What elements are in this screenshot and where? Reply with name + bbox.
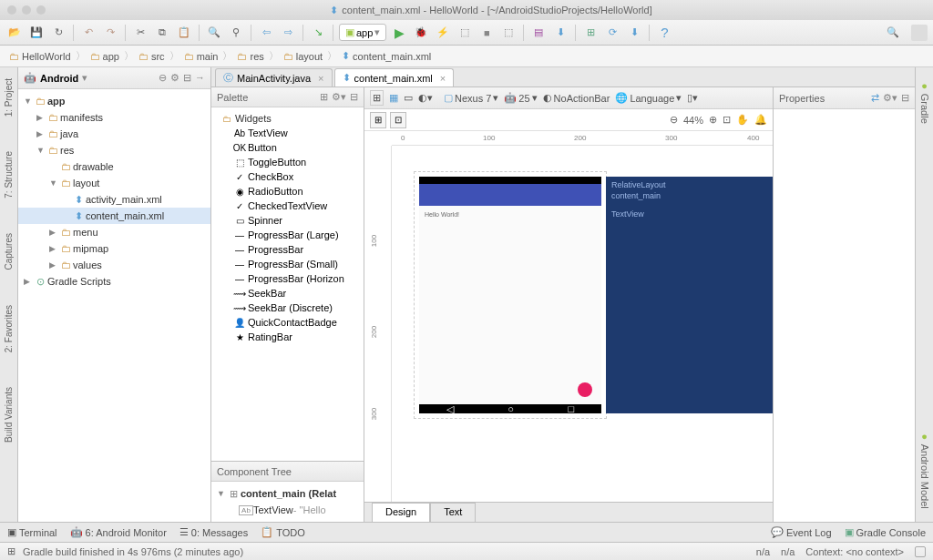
help-button[interactable]: ? [655,24,673,42]
ui-mode-icon[interactable]: ◐▾ [418,92,433,104]
orientation-icon[interactable]: ▭ [404,92,413,104]
theme-selector[interactable]: ◐NoActionBar [543,92,610,104]
blueprint-preview[interactable]: RelativeLayout content_main TextView [606,177,773,413]
palette-item[interactable]: ⟿SeekBar [211,286,364,300]
palette-item[interactable]: —ProgressBar [211,242,364,257]
tree-activity-main[interactable]: ⬍activity_main.xml [18,191,210,208]
palette-item[interactable]: —ProgressBar (Small) [211,257,364,271]
hide-icon[interactable]: ⊟ [183,72,191,84]
close-tab-icon[interactable]: × [440,73,446,84]
tree-manifests[interactable]: ▶🗀manifests [18,109,210,126]
collapse-icon[interactable]: ⊖ [159,72,167,84]
crumb-4[interactable]: 🗀res [233,51,267,62]
palette-item[interactable]: AbTextView [211,126,364,140]
fab-icon[interactable] [578,382,592,397]
tab-mainactivity[interactable]: ⒸMainActivity.java× [215,68,333,87]
palette-item[interactable]: ✓CheckBox [211,169,364,184]
palette-group-widgets[interactable]: 🗀Widgets [211,111,364,126]
download-button[interactable]: ⬇ [625,24,643,42]
forward-button[interactable]: ⇨ [279,24,297,42]
back-button[interactable]: ⇦ [257,24,275,42]
palette-item[interactable]: ✓CheckedTextView [211,199,364,213]
palette-item[interactable]: 👤QuickContactBadge [211,315,364,330]
save-button[interactable]: 💾 [27,24,46,42]
run-config-selector[interactable]: ▣ app ▾ [339,24,386,41]
palette-item[interactable]: ⬚ToggleButton [211,155,364,169]
zoom-fit-icon[interactable]: ⊡ [723,114,731,126]
tree-layout[interactable]: ▼🗀layout [18,175,210,191]
tree-values[interactable]: ▶🗀values [18,257,210,273]
crumb-2[interactable]: 🗀src [135,51,169,62]
lock-icon[interactable] [915,546,926,557]
zoom-out-icon[interactable]: ⊖ [670,114,678,126]
run-button[interactable]: ▶ [390,24,408,42]
tree-app[interactable]: ▼🗀app [18,93,210,109]
canvas-viewport[interactable]: 0 100 200 300 400 100 200 300 [364,131,773,502]
palette-item[interactable]: —ProgressBar (Horizon [211,271,364,286]
tree-menu[interactable]: ▶🗀menu [18,224,210,240]
find-button[interactable]: 🔍 [205,24,223,42]
zoom-in-icon[interactable]: ⊕ [709,114,717,126]
tree-content-main[interactable]: ⬍content_main.xml [18,208,210,224]
crumb-1[interactable]: 🗀app [87,51,123,62]
crumb-0[interactable]: 🗀HelloWorld [5,51,75,62]
orientation-icon[interactable]: ▯▾ [687,92,698,104]
preview-textview[interactable]: Hello World! [425,211,459,218]
project-structure-button[interactable]: ⊞ [581,24,600,42]
gear-icon[interactable]: ⚙▾ [883,92,897,104]
tab-android-monitor[interactable]: 🤖6: Android Monitor [70,526,167,538]
zoom-window-icon[interactable] [36,5,46,15]
tab-gradle-console[interactable]: ▣Gradle Console [845,526,926,538]
tab-terminal[interactable]: ▣Terminal [7,526,57,538]
window-controls[interactable] [7,5,46,15]
tab-build-variants[interactable]: Build Variants [4,383,14,446]
swap-icon[interactable]: ⇄ [871,92,879,104]
crumb-6[interactable]: ⬍content_main.xml [338,50,435,62]
avd-button[interactable]: ▤ [529,24,548,42]
tab-captures[interactable]: Captures [4,229,14,274]
tab-text[interactable]: Text [430,503,476,522]
paste-button[interactable]: 📋 [175,24,193,42]
hide-icon[interactable]: ⊟ [350,91,358,103]
more-icon[interactable]: → [195,72,205,84]
project-view-selector[interactable]: Android [40,73,78,84]
search-everywhere-button[interactable]: 🔍 [884,24,902,42]
palette-item[interactable]: ★RatingBar [211,330,364,344]
chevron-down-icon[interactable]: ▾ [82,72,87,84]
palette-item[interactable]: ◉RadioButton [211,184,364,199]
warnings-icon[interactable]: 🔔 [754,114,767,126]
tree-res[interactable]: ▼🗀res [18,142,210,158]
palette-item[interactable]: ⟿SeekBar (Discrete) [211,300,364,315]
tree-java[interactable]: ▶🗀java [18,126,210,142]
close-window-icon[interactable] [7,5,16,15]
gear-icon[interactable]: ⚙ [170,72,179,84]
tab-event-log[interactable]: 💬Event Log [771,526,832,538]
gear-icon[interactable]: ⚙▾ [332,91,346,103]
tab-todo[interactable]: 📋TODO [261,526,305,538]
tab-favorites[interactable]: 2: Favorites [4,301,14,356]
tab-contentmain[interactable]: ⬍content_main.xml× [334,68,455,87]
ct-textview[interactable]: AbTextView - "Hello [211,502,364,518]
tab-messages[interactable]: ☰0: Messages [179,526,248,538]
replace-button[interactable]: ⚲ [227,24,245,42]
language-selector[interactable]: 🌐Language▾ [615,92,682,104]
palette-item[interactable]: —ProgressBar (Large) [211,228,364,242]
make-button[interactable]: ↘ [309,24,327,42]
tree-gradle-scripts[interactable]: ▶⊙Gradle Scripts [18,273,210,290]
tab-structure[interactable]: 7: Structure [4,148,14,202]
open-button[interactable]: 📂 [5,24,24,42]
tab-design[interactable]: Design [372,503,430,522]
status-context[interactable]: Context: <no context> [805,546,904,557]
hide-icon[interactable]: ⊟ [901,92,909,104]
palette-item[interactable]: ▭Spinner [211,213,364,228]
toggle-toolwindow-icon[interactable]: ⊞ [7,545,15,557]
ct-root[interactable]: ▼⊞content_main (Relat [211,485,364,502]
tab-project[interactable]: 1: Project [4,75,14,120]
sync-gradle-button[interactable]: ⟳ [603,24,621,42]
device-selector[interactable]: ▢Nexus 7▾ [444,92,498,104]
pan-icon[interactable]: ✋ [736,114,749,126]
cut-button[interactable]: ✂ [131,24,149,42]
minimize-window-icon[interactable] [22,5,31,15]
user-avatar-icon[interactable] [911,25,928,41]
palette-item[interactable]: OKButton [211,140,364,155]
